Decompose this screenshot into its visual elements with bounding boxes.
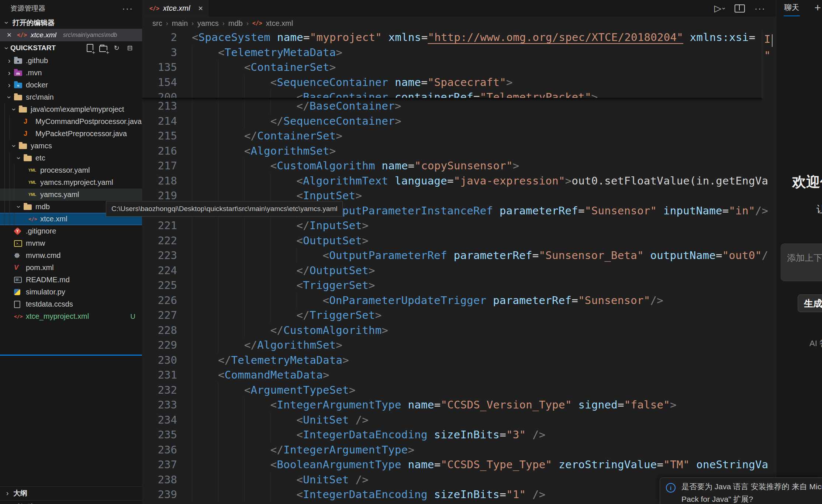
code-token: containerRef xyxy=(395,91,473,99)
tree-item-testdata.ccsds[interactable]: testdata.ccsds xyxy=(0,298,142,310)
code-line-228[interactable]: 228</CustomAlgorithm> xyxy=(142,323,768,338)
chevron-right-icon[interactable]: › xyxy=(4,56,14,65)
tree-item-mypacketpreprocessor.java[interactable]: JMyPacketPreprocessor.java xyxy=(0,128,142,140)
breadcrumb-item-yamcs[interactable]: yamcs xyxy=(197,19,219,28)
chevron-down-icon[interactable]: › xyxy=(9,105,19,114)
open-editors-header[interactable]: › 打开的编辑器 xyxy=(0,17,142,29)
code-line-3[interactable]: 3<TelemetryMetaData> xyxy=(142,45,762,60)
code-line-216[interactable]: 216<AlgorithmSet> xyxy=(142,144,768,159)
code-line-234[interactable]: 234<UnitSet /> xyxy=(142,412,768,428)
code-line-231[interactable]: 231<CommandMetaData> xyxy=(142,367,768,383)
code-line-214[interactable]: 214</SequenceContainer> xyxy=(142,114,768,129)
tree-item-yamcs[interactable]: ›yamcs xyxy=(0,140,142,152)
tab-xtce-xml[interactable]: </> xtce.xml × xyxy=(142,0,208,17)
code-token: > xyxy=(670,398,677,411)
code-token: = xyxy=(749,31,756,44)
breadcrumb-item-src[interactable]: src xyxy=(152,19,162,28)
tree-item-.github[interactable]: ›●.github xyxy=(0,55,142,67)
code-line-226[interactable]: 226<OnParameterUpdateTrigger parameterRe… xyxy=(142,293,768,308)
tree-item-mycommandpostprocessor.java[interactable]: JMyCommandPostprocessor.java xyxy=(0,115,142,128)
tree-item-etc[interactable]: ›etc xyxy=(0,152,142,164)
code-line-217[interactable]: 217<CustomAlgorithm name="copySunsensor"… xyxy=(142,158,768,173)
tree-item-java-com-example-myproject[interactable]: ›java\com\example\myproject xyxy=(0,103,142,115)
tree-item-yamcs.yaml[interactable]: YMLyamcs.yaml xyxy=(0,189,142,201)
tree-item-yamcs.myproject.yaml[interactable]: YMLyamcs.myproject.yaml xyxy=(0,176,142,189)
code-line-213[interactable]: 213</BaseContainer> xyxy=(142,99,768,114)
code-token: "1" xyxy=(506,488,526,501)
tree-item-xtce_myproject.xml[interactable]: </>xtce_myproject.xmlU xyxy=(0,310,142,322)
indent-guide xyxy=(192,338,218,353)
code-line-215[interactable]: 215</ContainerSet> xyxy=(142,128,768,144)
code-token xyxy=(644,249,650,262)
chevron-right-icon[interactable]: › xyxy=(4,69,14,77)
code-line-227[interactable]: 227</TriggerSet> xyxy=(142,308,768,323)
generate-button[interactable]: 生成工 xyxy=(798,294,822,312)
open-editor-item-xtce[interactable]: × </> xtce.xml src\main\yamcs\mdb xyxy=(0,29,142,41)
chevron-down-icon[interactable]: › xyxy=(14,203,24,211)
tree-item-src-main[interactable]: ›src\main xyxy=(0,91,142,103)
chevron-right-icon[interactable]: › xyxy=(4,81,14,89)
tab-chat[interactable]: 聊天 xyxy=(784,3,799,14)
breadcrumb-item-mdb[interactable]: mdb xyxy=(228,19,243,28)
code-line-229[interactable]: 229</AlgorithmSet> xyxy=(142,338,768,353)
code-line-232[interactable]: 232<ArgumentTypeSet> xyxy=(142,383,768,398)
run-dropdown-icon[interactable]: › xyxy=(723,5,725,12)
code-line-225[interactable]: 225<TriggerSet> xyxy=(142,278,768,293)
chevron-down-icon[interactable]: › xyxy=(14,154,24,162)
panel-sash[interactable] xyxy=(0,355,142,356)
code-line-222[interactable]: 222<OutputSet> xyxy=(142,233,768,248)
split-editor-icon[interactable] xyxy=(735,4,745,13)
code-line-200[interactable]: 200<BaseContainer containerRef="Telemetr… xyxy=(142,90,762,99)
tree-item-mvnw.cmd[interactable]: ☸mvnw.cmd xyxy=(0,249,142,262)
code-line-223[interactable]: 223<OutputParameterRef parameterRef="Sun… xyxy=(142,248,768,263)
code-line-233[interactable]: 233<IntegerArgumentType name="CCSDS_Vers… xyxy=(142,397,768,412)
code-line-224[interactable]: 224</OutputSet> xyxy=(142,263,768,278)
xml-file-icon: </> xyxy=(28,216,40,222)
code-line-154[interactable]: 154<SequenceContainer name="Spacecraft"> xyxy=(142,75,762,90)
chevron-down-icon[interactable]: › xyxy=(4,93,14,101)
tree-item-.gitignore[interactable]: Y.gitignore xyxy=(0,225,142,237)
code-token: > xyxy=(395,115,401,127)
tree-item-pom.xml[interactable]: Vpom.xml xyxy=(0,262,142,274)
code-token: < xyxy=(322,294,329,307)
code-line-135[interactable]: 135<ContainerSet> xyxy=(142,60,762,75)
project-section-header[interactable]: › QUICKSTART ↻ ⊟ xyxy=(0,41,142,55)
tree-item-processor.yaml[interactable]: YMLprocessor.yaml xyxy=(0,164,142,176)
close-icon[interactable]: × xyxy=(5,30,13,40)
indent-guide xyxy=(4,152,9,164)
code-line-221[interactable]: 221</InputSet> xyxy=(142,218,768,233)
code-line-230[interactable]: 230</TelemetryMetaData> xyxy=(142,353,768,368)
new-folder-button[interactable] xyxy=(99,44,107,52)
notification-toast[interactable]: i 是否要为 Java 语言 安装推荐的 来自 Microsoft Pack f… xyxy=(660,477,822,504)
chevron-down-icon[interactable]: › xyxy=(9,142,19,150)
timeline-section-header[interactable]: › 时间线 xyxy=(0,500,142,504)
code-area[interactable]: 213</BaseContainer>214</SequenceContaine… xyxy=(142,99,768,504)
sticky-scroll[interactable]: 2<SpaceSystem name="myproject" xmlns="ht… xyxy=(142,30,762,99)
code-line-236[interactable]: 236</IntegerArgumentType> xyxy=(142,442,768,458)
new-file-button[interactable] xyxy=(86,44,94,52)
tree-item-label: yamcs.yaml xyxy=(40,190,79,199)
tree-item-simulator.py[interactable]: simulator.py xyxy=(0,286,142,298)
close-icon[interactable]: × xyxy=(198,4,203,13)
code-line-218[interactable]: 218<AlgorithmText language="java-express… xyxy=(142,173,768,189)
more-actions-icon[interactable]: ··· xyxy=(122,3,133,14)
breadcrumb-item-main[interactable]: main xyxy=(172,19,188,28)
new-chat-button[interactable]: + xyxy=(814,1,821,14)
tree-item-.mvn[interactable]: ›m.mvn xyxy=(0,67,142,79)
more-actions-icon[interactable]: ··· xyxy=(754,3,766,14)
refresh-button[interactable]: ↻ xyxy=(113,44,121,52)
collapse-all-button[interactable]: ⊟ xyxy=(126,44,134,52)
chat-input-placeholder: 添加上下文( xyxy=(787,253,822,263)
tree-item-label: processor.yaml xyxy=(40,166,90,175)
tree-item-readme.md[interactable]: M↓README.md xyxy=(0,274,142,286)
tree-item-docker[interactable]: ›≈docker xyxy=(0,79,142,91)
code-line-2[interactable]: 2<SpaceSystem name="myproject" xmlns="ht… xyxy=(142,30,762,45)
outline-section-header[interactable]: › 大纲 xyxy=(0,486,142,500)
breadcrumb-item-xtce.xml[interactable]: xtce.xml xyxy=(266,19,293,28)
code-line-237[interactable]: 237<BooleanArgumentType name="CCSDS_Type… xyxy=(142,457,768,472)
code-line-235[interactable]: 235<IntegerDataEncoding sizeInBits="3" /… xyxy=(142,427,768,442)
indent-guide xyxy=(218,263,244,278)
tree-item-mvnw[interactable]: >_mvnw xyxy=(0,237,142,249)
chat-input[interactable]: 添加上下文( xyxy=(781,244,822,281)
indent-guide xyxy=(9,189,14,201)
